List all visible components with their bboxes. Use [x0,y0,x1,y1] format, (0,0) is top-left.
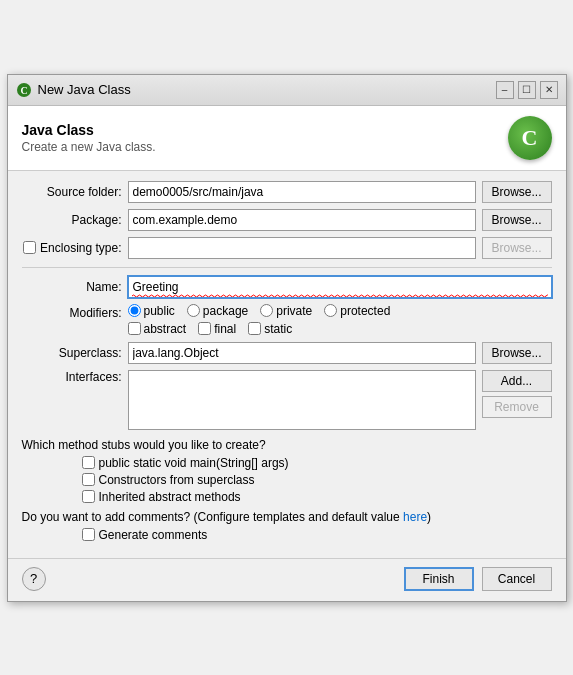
comments-title-end: ) [427,510,431,524]
modifier-protected-item: protected [324,304,390,318]
app-icon: C [16,82,32,98]
close-button[interactable]: ✕ [540,81,558,99]
stub-constructors-label: Constructors from superclass [99,473,255,487]
interfaces-label: Interfaces: [22,370,122,384]
modifier-package-item: package [187,304,248,318]
footer-buttons: Finish Cancel [404,567,552,591]
divider-1 [22,267,552,268]
modifier-abstract-item: abstract [128,322,187,336]
interfaces-row: Interfaces: Add... Remove [22,370,552,430]
source-folder-label: Source folder: [22,185,122,199]
svg-text:C: C [20,85,27,96]
stub-inherited-checkbox[interactable] [82,490,95,503]
enclosing-checkbox-wrapper: Enclosing type: [22,241,122,255]
modifiers-check-row: abstract final static [128,322,552,336]
package-row: Package: Browse... [22,209,552,231]
enclosing-browse-button[interactable]: Browse... [482,237,552,259]
title-bar: C New Java Class – ☐ ✕ [8,75,566,106]
modifier-public-label: public [144,304,175,318]
enclosing-type-label: Enclosing type: [40,241,121,255]
interfaces-textarea[interactable] [128,370,476,430]
source-folder-input[interactable] [128,181,476,203]
add-interface-button[interactable]: Add... [482,370,552,392]
modifier-final-checkbox[interactable] [198,322,211,335]
modifier-private-item: private [260,304,312,318]
superclass-label: Superclass: [22,346,122,360]
superclass-browse-button[interactable]: Browse... [482,342,552,364]
header-text: Java Class Create a new Java class. [22,122,156,154]
modifier-abstract-checkbox[interactable] [128,322,141,335]
modifier-final-label: final [214,322,236,336]
comments-title-text: Do you want to add comments? (Configure … [22,510,404,524]
name-label: Name: [22,280,122,294]
help-button[interactable]: ? [22,567,46,591]
modifier-static-item: static [248,322,292,336]
dialog-title: New Java Class [38,82,131,97]
modifier-static-label: static [264,322,292,336]
package-browse-button[interactable]: Browse... [482,209,552,231]
package-label: Package: [22,213,122,227]
dialog-footer: ? Finish Cancel [8,558,566,601]
comments-title: Do you want to add comments? (Configure … [22,510,552,524]
package-input[interactable] [128,209,476,231]
name-input[interactable] [128,276,552,298]
name-row: Name: [22,276,552,298]
name-input-wrapper [128,276,552,298]
intellij-logo: C [508,116,552,160]
new-java-class-dialog: C New Java Class – ☐ ✕ Java Class Create… [7,74,567,602]
title-bar-controls: – ☐ ✕ [496,81,558,99]
modifiers-radio-row: public package private protected [128,304,552,318]
modifier-package-label: package [203,304,248,318]
generate-comments-label: Generate comments [99,528,208,542]
comments-section: Do you want to add comments? (Configure … [22,510,552,542]
dialog-body: Source folder: Browse... Package: Browse… [8,171,566,558]
modifiers-content: public package private protected [128,304,552,336]
remove-interface-button[interactable]: Remove [482,396,552,418]
header-title: Java Class [22,122,156,138]
title-bar-left: C New Java Class [16,82,131,98]
modifier-package-radio[interactable] [187,304,200,317]
stub-item-3: Inherited abstract methods [82,490,552,504]
superclass-row: Superclass: Browse... [22,342,552,364]
modifiers-label: Modifiers: [22,304,122,320]
modifier-protected-radio[interactable] [324,304,337,317]
stubs-section: Which method stubs would you like to cre… [22,438,552,504]
modifier-abstract-label: abstract [144,322,187,336]
stub-constructors-checkbox[interactable] [82,473,95,486]
modifier-protected-label: protected [340,304,390,318]
modifier-final-item: final [198,322,236,336]
enclosing-type-row: Enclosing type: Browse... [22,237,552,259]
dialog-header: Java Class Create a new Java class. C [8,106,566,171]
source-folder-browse-button[interactable]: Browse... [482,181,552,203]
stub-main-label: public static void main(String[] args) [99,456,289,470]
stub-item-1: public static void main(String[] args) [82,456,552,470]
maximize-button[interactable]: ☐ [518,81,536,99]
stubs-title: Which method stubs would you like to cre… [22,438,552,452]
minimize-button[interactable]: – [496,81,514,99]
comments-here-link[interactable]: here [403,510,427,524]
enclosing-type-input[interactable] [128,237,476,259]
cancel-button[interactable]: Cancel [482,567,552,591]
modifier-private-label: private [276,304,312,318]
modifier-public-item: public [128,304,175,318]
interfaces-buttons: Add... Remove [482,370,552,418]
modifier-public-radio[interactable] [128,304,141,317]
stub-inherited-label: Inherited abstract methods [99,490,241,504]
stub-item-2: Constructors from superclass [82,473,552,487]
stub-main-checkbox[interactable] [82,456,95,469]
generate-comments-checkbox[interactable] [82,528,95,541]
enclosing-type-checkbox[interactable] [23,241,36,254]
comment-item: Generate comments [82,528,552,542]
modifiers-row: Modifiers: public package private [22,304,552,336]
header-subtitle: Create a new Java class. [22,140,156,154]
modifier-private-radio[interactable] [260,304,273,317]
modifier-static-checkbox[interactable] [248,322,261,335]
superclass-input[interactable] [128,342,476,364]
finish-button[interactable]: Finish [404,567,474,591]
source-folder-row: Source folder: Browse... [22,181,552,203]
